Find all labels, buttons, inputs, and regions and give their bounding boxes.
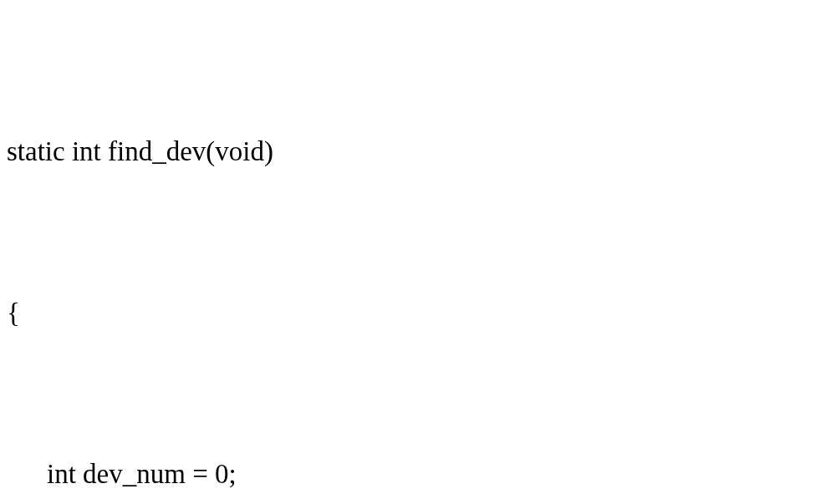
code-block: static int find_dev(void) { int dev_num … bbox=[7, 17, 829, 504]
document-container: static int find_dev(void) { int dev_num … bbox=[0, 0, 836, 504]
code-line-2: { bbox=[7, 286, 829, 339]
code-line-3: int dev_num = 0; bbox=[7, 447, 829, 501]
code-line-1: static int find_dev(void) bbox=[7, 125, 829, 178]
